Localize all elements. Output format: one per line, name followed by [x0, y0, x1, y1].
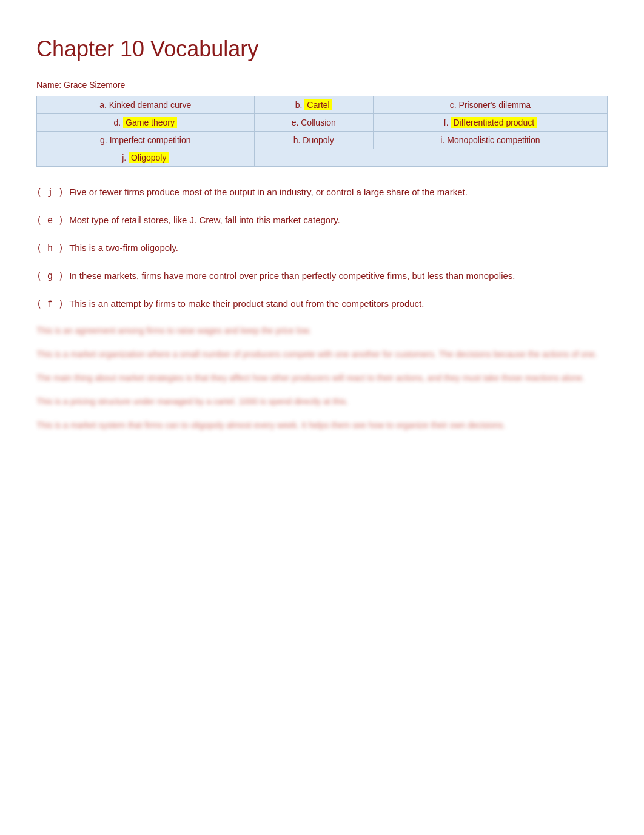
vocab-cell: c. Prisoner's dilemma	[373, 96, 607, 114]
question-block: ( h ) This is a two-firm oligopoly.	[36, 241, 608, 255]
vocab-term-highlighted: Game theory	[123, 117, 177, 128]
page-title: Chapter 10 Vocabulary	[36, 36, 608, 62]
vocab-letter: f.	[444, 118, 451, 127]
question-prefix: ( j )	[36, 187, 69, 198]
question-block: ( j ) Five or fewer firms produce most o…	[36, 185, 608, 200]
vocab-cell: i. Monopolistic competition	[373, 132, 607, 149]
vocab-letter: j.	[122, 153, 129, 163]
vocab-letter: i.	[440, 135, 447, 145]
question-text: Most type of retail stores, like J. Crew…	[69, 215, 340, 225]
vocab-cell: b. Cartel	[254, 96, 373, 114]
vocab-letter: h.	[293, 135, 303, 145]
blurred-question: This is a market system that firms can t…	[36, 419, 608, 432]
question-text: This is a two-firm oligopoly.	[69, 243, 178, 253]
vocab-term: Monopolistic competition	[447, 135, 540, 145]
question-block: ( f ) This is an attempt by firms to mak…	[36, 297, 608, 311]
name-line: Name: Grace Sizemore	[36, 80, 608, 90]
vocab-letter: g.	[100, 135, 110, 145]
question-text: In these markets, firms have more contro…	[69, 270, 515, 281]
blurred-question: This is a pricing structure under manage…	[36, 395, 608, 408]
vocab-cell: f. Differentiated product	[373, 114, 607, 132]
vocab-term-highlighted: Oligopoly	[129, 152, 169, 163]
vocab-cell: e. Collusion	[254, 114, 373, 132]
question-prefix: ( h )	[36, 243, 69, 253]
vocab-term-highlighted: Differentiated product	[451, 117, 537, 128]
blurred-question: This is an agreement among firms to rais…	[36, 324, 608, 337]
question-block: ( g ) In these markets, firms have more …	[36, 269, 608, 283]
vocab-cell: g. Imperfect competition	[37, 132, 255, 149]
question-prefix: ( e )	[36, 215, 69, 226]
vocab-table: a. Kinked demand curveb. Cartelc. Prison…	[36, 96, 608, 167]
vocab-term: Imperfect competition	[110, 135, 191, 145]
vocab-term: Kinked demand curve	[109, 100, 191, 110]
blurred-question: The main thing about market strategies i…	[36, 372, 608, 384]
question-text: This is an attempt by firms to make thei…	[69, 298, 424, 309]
question-block: ( e ) Most type of retail stores, like J…	[36, 213, 608, 227]
vocab-term: Prisoner's dilemma	[459, 100, 531, 110]
vocab-term: Collusion	[301, 118, 336, 127]
vocab-letter: c.	[450, 100, 459, 110]
vocab-letter: b.	[295, 100, 305, 110]
vocab-cell: d. Game theory	[37, 114, 255, 132]
question-text: Five or fewer firms produce most of the …	[69, 187, 468, 197]
vocab-letter: d.	[114, 118, 124, 127]
blurred-question: This is a market organization where a sm…	[36, 348, 608, 361]
question-prefix: ( f )	[36, 298, 69, 309]
question-prefix: ( g )	[36, 270, 69, 281]
vocab-letter: e.	[292, 118, 301, 127]
vocab-cell: h. Duopoly	[254, 132, 373, 149]
vocab-term: Duopoly	[303, 135, 334, 145]
vocab-cell: j. Oligopoly	[37, 149, 255, 167]
vocab-term-highlighted: Cartel	[304, 99, 332, 110]
vocab-cell: a. Kinked demand curve	[37, 96, 255, 114]
vocab-letter: a.	[99, 100, 109, 110]
